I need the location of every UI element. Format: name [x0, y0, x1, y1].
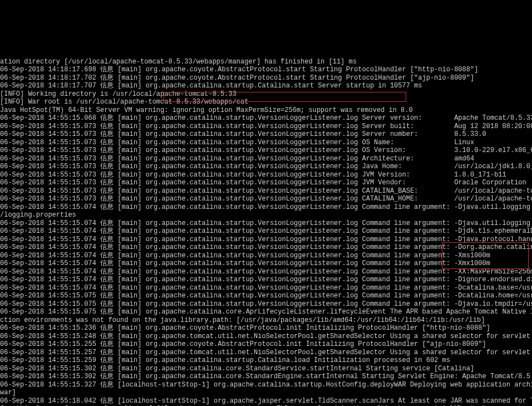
log-line: 06-Sep-2018 14:55:15.257 信息 [main] org.a…: [0, 349, 532, 357]
log-line: [INFO] Working directory is /usr/local/a…: [0, 90, 532, 99]
log-line: 06-Sep-2018 14:55:15.074 信息 [main] org.a…: [0, 252, 532, 260]
log-line: 06-Sep-2018 14:55:15.074 信息 [main] org.a…: [0, 243, 532, 252]
log-line: 06-Sep-2018 14:55:15.075 信息 [main] org.a…: [0, 308, 532, 316]
log-line: 06-Sep-2018 14:55:15.074 信息 [main] org.a…: [0, 268, 532, 276]
log-line: 06-Sep-2018 14:55:15.073 信息 [main] org.a…: [0, 163, 532, 171]
log-line: 06-Sep-2018 14:55:15.073 信息 [main] org.a…: [0, 187, 532, 195]
terminal-output[interactable]: ation directory [/usr/local/apache-tomca…: [0, 41, 532, 407]
log-line: 06-Sep-2018 14:55:15.302 信息 [main] org.a…: [0, 365, 532, 373]
log-line: 06-Sep-2018 14:55:15.074 信息 [main] org.a…: [0, 203, 532, 212]
log-line: 06-Sep-2018 14:55:15.074 信息 [main] org.a…: [0, 227, 532, 236]
log-line: 06-Sep-2018 14:55:15.248 信息 [main] org.a…: [0, 332, 532, 341]
log-line: Java HotSpot(TM) 64-Bit Server VM warnin…: [0, 106, 532, 115]
log-line: 06-Sep-2018 14:55:15.073 信息 [main] org.a…: [0, 139, 532, 147]
log-line: 06-Sep-2018 14:55:15.075 信息 [main] org.a…: [0, 300, 532, 309]
log-line: 06-Sep-2018 14:55:15.073 信息 [main] org.a…: [0, 123, 532, 131]
log-line: /logging.properties: [0, 211, 532, 219]
log-line: 06-Sep-2018 14:18:17.702 信息 [main] org.a…: [0, 74, 532, 82]
log-line: 06-Sep-2018 14:55:15.073 信息 [main] org.a…: [0, 155, 532, 163]
log-line: 06-Sep-2018 14:55:15.073 信息 [main] org.a…: [0, 179, 532, 187]
log-line: 06-Sep-2018 14:55:15.073 信息 [main] org.a…: [0, 130, 532, 139]
log-line: war]: [0, 389, 532, 397]
log-line: 06-Sep-2018 14:55:15.255 信息 [main] org.a…: [0, 340, 532, 349]
log-line: 06-Sep-2018 14:55:15.074 信息 [main] org.a…: [0, 284, 532, 292]
log-line: 06-Sep-2018 14:55:15.327 信息 [localhost-s…: [0, 381, 532, 389]
log-line: 06-Sep-2018 14:55:15.074 信息 [main] org.a…: [0, 236, 532, 244]
log-line: 06-Sep-2018 14:55:15.236 信息 [main] org.a…: [0, 324, 532, 332]
log-line: 06-Sep-2018 14:55:15.073 信息 [main] org.a…: [0, 195, 532, 203]
log-line: 06-Sep-2018 14:55:15.074 信息 [main] org.a…: [0, 260, 532, 268]
log-line: 06-Sep-2018 14:55:15.302 信息 [main] org.a…: [0, 373, 532, 381]
log-line: 06-Sep-2018 14:55:18.042 信息 [localhost-s…: [0, 397, 532, 405]
log-line: 06-Sep-2018 14:55:15.073 信息 [main] org.a…: [0, 171, 532, 179]
log-line: [INFO] War root is /usr/local/apache-tom…: [0, 98, 532, 106]
log-line: 06-Sep-2018 14:18:17.707 信息 [main] org.a…: [0, 82, 532, 90]
log-line: 06-Sep-2018 14:55:15.068 信息 [main] org.a…: [0, 114, 532, 123]
log-line: ction environments was not found on the …: [0, 316, 532, 325]
log-line: 06-Sep-2018 14:55:15.074 信息 [main] org.a…: [0, 219, 532, 228]
log-line: 06-Sep-2018 14:55:15.073 信息 [main] org.a…: [0, 146, 532, 155]
log-lines-container: ation directory [/usr/local/apache-tomca…: [0, 58, 532, 407]
log-line: 06-Sep-2018 14:55:15.074 信息 [main] org.a…: [0, 276, 532, 284]
log-line: 06-Sep-2018 14:55:15.259 信息 [main] org.a…: [0, 356, 532, 365]
log-line: 06-Sep-2018 14:55:15.075 信息 [main] org.a…: [0, 292, 532, 300]
log-line: 06-Sep-2018 14:18:17.698 信息 [main] org.a…: [0, 66, 532, 74]
log-line: ation directory [/usr/local/apache-tomca…: [0, 58, 532, 66]
